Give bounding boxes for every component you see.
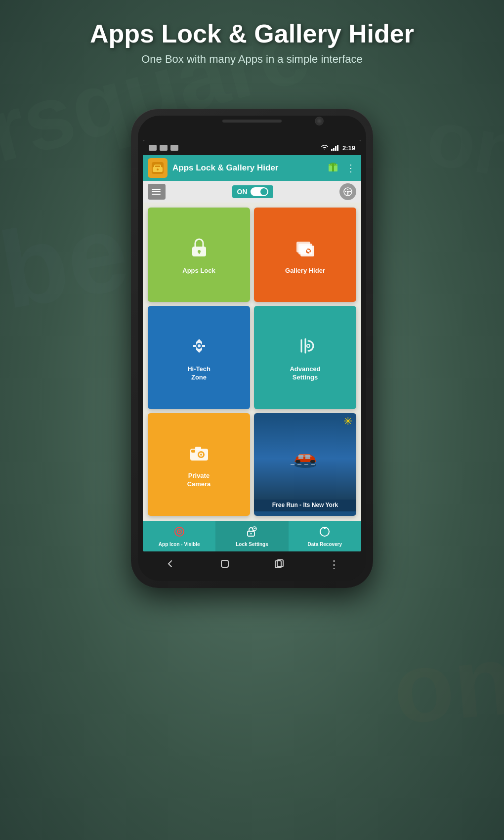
phone-frame: 2:19 Apps Lock & Gallery Hider	[131, 109, 373, 588]
toggle-thumb	[260, 188, 267, 195]
sparkle-icon: ✳	[343, 415, 352, 428]
svg-rect-3	[173, 145, 176, 150]
home-button[interactable]	[219, 558, 230, 572]
toggle-switch[interactable]: ON	[232, 185, 273, 198]
private-camera-button[interactable]: PrivateCamera	[148, 413, 250, 516]
app-toolbar: Apps Lock & Gallery Hider ⋮	[143, 155, 361, 181]
svg-rect-49	[311, 464, 315, 465]
svg-point-30	[198, 344, 201, 347]
nav-bar: ⋮	[143, 553, 361, 576]
free-run-button[interactable]: ✳	[254, 413, 356, 516]
recent-button[interactable]	[274, 558, 285, 572]
private-camera-icon	[188, 442, 210, 468]
svg-rect-44	[298, 455, 303, 459]
phone-status-icon	[170, 145, 178, 151]
advanced-settings-icon	[294, 335, 316, 361]
gallery-hider-button[interactable]: Gallery Hider	[254, 208, 356, 302]
svg-rect-47	[297, 464, 301, 465]
svg-rect-48	[304, 464, 308, 465]
free-run-image	[254, 418, 356, 500]
screenshot-icon	[149, 145, 157, 151]
svg-rect-37	[191, 450, 195, 453]
svg-point-54	[250, 533, 252, 534]
tab-data-recovery-label: Data Recovery	[308, 542, 342, 547]
svg-rect-22	[199, 252, 200, 254]
svg-rect-4	[173, 150, 175, 151]
svg-rect-2	[162, 147, 166, 151]
tab-lock-settings[interactable]: Lock Settings	[215, 521, 288, 551]
tab-app-icon-visible-icon	[173, 526, 185, 540]
lock-status-icon	[160, 145, 168, 151]
hitech-zone-button[interactable]: Hi-TechZone	[148, 306, 250, 409]
free-run-label: Free Run - Its New York	[254, 500, 356, 511]
tab-app-icon-visible-label: App Icon - Visible	[159, 542, 200, 547]
private-camera-label: PrivateCamera	[187, 472, 211, 489]
svg-rect-36	[195, 447, 201, 450]
phone-screen: 2:19 Apps Lock & Gallery Hider	[143, 140, 361, 551]
phone-speaker	[222, 120, 282, 123]
signal-icon	[331, 145, 338, 151]
toggle-label: ON	[237, 188, 248, 196]
svg-point-34	[307, 345, 309, 347]
svg-rect-42	[295, 460, 300, 463]
page-subtitle: One Box with many Apps in a simple inter…	[0, 53, 504, 66]
tab-lock-settings-icon	[246, 526, 258, 540]
gallery-hider-label: Gallery Hider	[285, 267, 325, 275]
svg-rect-56	[221, 560, 228, 567]
apps-lock-icon	[188, 237, 210, 263]
hitech-zone-icon	[188, 335, 210, 361]
nav-more-button[interactable]: ⋮	[329, 558, 339, 571]
app-logo	[148, 158, 168, 178]
svg-rect-45	[305, 455, 310, 459]
action-bar: ON	[143, 181, 361, 203]
tab-app-icon-visible[interactable]: App Icon - Visible	[143, 521, 215, 551]
status-time: 2:19	[342, 144, 355, 152]
svg-point-40	[200, 454, 202, 456]
phone-container: 2:19 Apps Lock & Gallery Hider	[131, 109, 373, 776]
page-title-section: Apps Lock & Gallery Hider One Box with m…	[0, 20, 504, 66]
tab-data-recovery-icon	[319, 526, 331, 540]
back-button[interactable]	[165, 558, 175, 572]
svg-point-8	[157, 168, 159, 170]
apps-lock-button[interactable]: Apps Lock	[148, 208, 250, 302]
more-options-icon[interactable]: ⋮	[346, 162, 356, 174]
page-main-title: Apps Lock & Gallery Hider	[0, 20, 504, 48]
status-bar: 2:19	[143, 140, 361, 155]
svg-rect-43	[310, 460, 315, 463]
gift-icon[interactable]	[327, 161, 339, 175]
phone-inner: 2:19 Apps Lock & Gallery Hider	[138, 116, 366, 581]
app-grid: Apps Lock	[143, 203, 361, 521]
svg-rect-46	[291, 464, 294, 465]
hitech-zone-label: Hi-TechZone	[187, 365, 210, 382]
apps-lock-label: Apps Lock	[182, 267, 215, 275]
advanced-settings-button[interactable]: AdvancedSettings	[254, 306, 356, 409]
wifi-icon	[320, 144, 329, 152]
bottom-tabs: App Icon - Visible Lock	[143, 521, 361, 551]
svg-point-52	[178, 531, 180, 532]
svg-point-19	[347, 191, 349, 193]
toggle-track	[251, 187, 268, 196]
advanced-settings-label: AdvancedSettings	[290, 365, 320, 382]
compass-button[interactable]	[339, 183, 356, 200]
svg-rect-0	[150, 146, 156, 150]
gallery-hider-icon	[294, 237, 316, 263]
status-icons-left	[149, 145, 178, 151]
hamburger-menu-button[interactable]	[148, 184, 166, 200]
status-icons-right: 2:19	[320, 144, 355, 152]
tab-lock-settings-label: Lock Settings	[236, 542, 268, 547]
app-toolbar-title: Apps Lock & Gallery Hider	[172, 163, 327, 173]
phone-camera	[315, 117, 324, 126]
tab-data-recovery[interactable]: Data Recovery	[289, 521, 361, 551]
